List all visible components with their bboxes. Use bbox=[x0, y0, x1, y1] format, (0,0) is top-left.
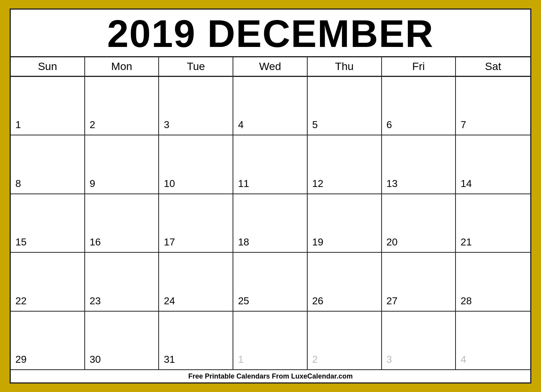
day-number: 4 bbox=[461, 354, 466, 365]
day-cell: 15 bbox=[11, 194, 85, 252]
day-number: 2 bbox=[312, 354, 318, 365]
day-number: 13 bbox=[387, 178, 398, 190]
day-cell: 12 bbox=[308, 135, 382, 193]
week-row-3: 15161718192021 bbox=[11, 194, 530, 253]
day-number: 6 bbox=[387, 119, 392, 131]
day-number: 7 bbox=[461, 119, 466, 131]
day-cell: 31 bbox=[159, 312, 233, 369]
day-header-wed: Wed bbox=[233, 57, 308, 76]
day-number: 29 bbox=[15, 354, 27, 365]
day-number: 25 bbox=[238, 295, 249, 307]
day-cell: 1 bbox=[233, 312, 308, 369]
day-cell: 10 bbox=[159, 135, 233, 193]
day-header-fri: Fri bbox=[382, 57, 456, 76]
day-cell: 3 bbox=[159, 77, 233, 135]
day-cell: 9 bbox=[85, 135, 159, 193]
day-number: 28 bbox=[461, 295, 472, 307]
day-cell: 28 bbox=[456, 253, 530, 310]
day-cell: 16 bbox=[85, 194, 159, 252]
day-cell: 22 bbox=[11, 253, 85, 310]
day-number: 9 bbox=[90, 178, 95, 190]
day-number: 18 bbox=[238, 236, 249, 248]
day-cell: 29 bbox=[11, 312, 85, 369]
day-cell: 26 bbox=[308, 253, 382, 310]
day-cell: 8 bbox=[11, 135, 85, 193]
day-number: 14 bbox=[461, 178, 472, 190]
day-number: 27 bbox=[387, 295, 398, 307]
day-number: 12 bbox=[312, 178, 323, 190]
day-header-tue: Tue bbox=[159, 57, 233, 76]
day-number: 30 bbox=[90, 354, 101, 365]
day-number: 31 bbox=[164, 354, 175, 365]
day-number: 4 bbox=[238, 119, 243, 131]
day-number: 11 bbox=[238, 178, 249, 190]
day-header-thu: Thu bbox=[308, 57, 382, 76]
day-number: 26 bbox=[312, 295, 323, 307]
day-number: 2 bbox=[90, 119, 95, 131]
day-number: 3 bbox=[387, 354, 392, 365]
calendar-footer: Free Printable Calendars From LuxeCalend… bbox=[11, 369, 530, 382]
day-cell: 2 bbox=[308, 312, 382, 369]
calendar-title: 2019 DECEMBER bbox=[11, 10, 530, 57]
day-number: 1 bbox=[15, 119, 21, 131]
day-cell: 19 bbox=[308, 194, 382, 252]
calendar: 2019 DECEMBER SunMonTueWedThuFriSat 1234… bbox=[10, 8, 531, 384]
day-number: 20 bbox=[387, 236, 398, 248]
day-header-mon: Mon bbox=[85, 57, 159, 76]
day-number: 15 bbox=[15, 236, 27, 248]
day-cell: 4 bbox=[233, 77, 308, 135]
day-cell: 27 bbox=[382, 253, 456, 310]
day-cell: 1 bbox=[11, 77, 85, 135]
week-row-1: 1234567 bbox=[11, 77, 530, 135]
day-header-sun: Sun bbox=[11, 57, 85, 76]
day-cell: 13 bbox=[382, 135, 456, 193]
day-number: 19 bbox=[312, 236, 323, 248]
day-number: 21 bbox=[461, 236, 472, 248]
day-headers-row: SunMonTueWedThuFriSat bbox=[11, 57, 530, 77]
day-cell: 24 bbox=[159, 253, 233, 310]
day-cell: 6 bbox=[382, 77, 456, 135]
day-number: 8 bbox=[15, 178, 21, 190]
day-cell: 14 bbox=[456, 135, 530, 193]
day-cell: 7 bbox=[456, 77, 530, 135]
day-header-sat: Sat bbox=[456, 57, 530, 76]
day-cell: 4 bbox=[456, 312, 530, 369]
day-cell: 11 bbox=[233, 135, 308, 193]
day-cell: 5 bbox=[308, 77, 382, 135]
week-row-4: 22232425262728 bbox=[11, 253, 530, 311]
day-cell: 30 bbox=[85, 312, 159, 369]
day-number: 5 bbox=[312, 119, 318, 131]
day-cell: 18 bbox=[233, 194, 308, 252]
day-number: 10 bbox=[164, 178, 175, 190]
day-number: 23 bbox=[90, 295, 101, 307]
calendar-grid: SunMonTueWedThuFriSat 123456789101112131… bbox=[11, 57, 530, 369]
day-number: 1 bbox=[238, 354, 243, 365]
day-number: 22 bbox=[15, 295, 27, 307]
week-row-2: 891011121314 bbox=[11, 135, 530, 194]
day-cell: 3 bbox=[382, 312, 456, 369]
day-number: 3 bbox=[164, 119, 169, 131]
day-number: 24 bbox=[164, 295, 175, 307]
day-cell: 2 bbox=[85, 77, 159, 135]
week-row-5: 2930311234 bbox=[11, 312, 530, 369]
day-cell: 25 bbox=[233, 253, 308, 310]
day-cell: 21 bbox=[456, 194, 530, 252]
weeks-container: 1234567891011121314151617181920212223242… bbox=[11, 77, 530, 369]
day-cell: 17 bbox=[159, 194, 233, 252]
day-cell: 20 bbox=[382, 194, 456, 252]
day-number: 16 bbox=[90, 236, 101, 248]
day-number: 17 bbox=[164, 236, 175, 248]
day-cell: 23 bbox=[85, 253, 159, 310]
